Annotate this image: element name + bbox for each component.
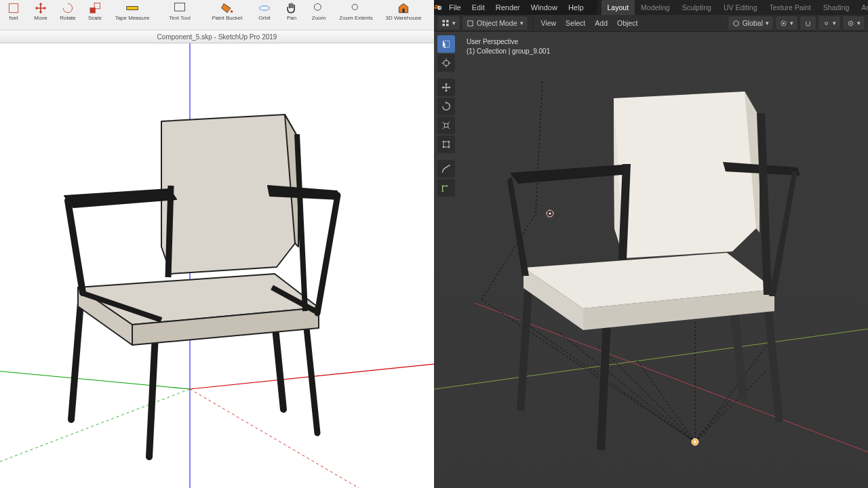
sketchup-viewport[interactable] xyxy=(0,43,434,488)
su-tool-scale[interactable]: Scale xyxy=(81,1,108,21)
proportional-button[interactable]: ▾ xyxy=(842,16,865,30)
su-tool-offset[interactable]: fset xyxy=(0,1,27,21)
blender-viewport[interactable]: User Perspective (1) Collection | group_… xyxy=(434,32,868,488)
su-tool-label: Pan xyxy=(287,16,296,21)
su-tool-zoom[interactable]: Zoom xyxy=(305,1,332,21)
header-menu-object[interactable]: Object xyxy=(613,16,642,30)
svg-line-77 xyxy=(695,398,732,442)
axis-y-solid xyxy=(0,369,190,389)
sketchup-title: Component_5.skp - SketchUp Pro 2019 xyxy=(157,33,277,41)
snap-mode-button[interactable]: ▾ xyxy=(818,16,841,30)
workspace-tab-animation[interactable]: Animation xyxy=(855,0,868,15)
header-menu-view[interactable]: View xyxy=(537,16,561,30)
workspace-tab-modeling[interactable]: Modeling xyxy=(635,0,676,15)
info-perspective: User Perspective xyxy=(467,37,550,47)
svg-rect-63 xyxy=(443,142,449,147)
blender-3dview-header: ▾ Object Mode ▾ ViewSelectAddObject Glob… xyxy=(434,15,868,32)
blender-scene xyxy=(434,32,868,488)
blender-workspace-tabs: LayoutModelingSculptingUV EditingTexture… xyxy=(597,0,868,15)
su-tool-bucket[interactable]: Paint Bucket xyxy=(203,1,251,21)
su-tool-rotate[interactable]: Rotate xyxy=(54,1,81,21)
svg-line-39 xyxy=(317,195,338,313)
blender-logo-icon xyxy=(434,0,443,15)
tool-measure[interactable] xyxy=(437,179,455,197)
svg-rect-46 xyxy=(443,20,446,23)
svg-point-53 xyxy=(825,22,828,24)
workspace-tab-shading[interactable]: Shading xyxy=(817,0,856,15)
orientation-label: Global xyxy=(743,19,763,27)
svg-point-66 xyxy=(443,146,445,148)
workspace-tab-layout[interactable]: Layout xyxy=(601,0,635,15)
tool-move[interactable] xyxy=(437,79,455,96)
mode-select-button[interactable]: Object Mode ▾ xyxy=(462,16,528,30)
header-menu-add[interactable]: Add xyxy=(591,16,612,30)
text-icon: A1 xyxy=(173,1,186,15)
svg-point-81 xyxy=(549,213,551,215)
tool-cursor[interactable] xyxy=(437,54,455,72)
tape-icon xyxy=(125,1,139,15)
rotate-icon xyxy=(61,1,75,15)
pan-icon xyxy=(285,1,298,15)
svg-point-67 xyxy=(448,146,450,148)
svg-rect-9: A1 xyxy=(175,3,185,12)
svg-point-12 xyxy=(260,6,270,11)
svg-line-75 xyxy=(597,344,695,442)
pivot-button[interactable]: ▾ xyxy=(775,16,798,30)
blender-tool-shelf xyxy=(437,35,455,197)
axis-y xyxy=(434,323,868,391)
tool-select-box[interactable] xyxy=(437,35,455,53)
sketchup-toolbar: fsetMoveRotateScaleTape MeasureA1Text To… xyxy=(0,0,434,30)
svg-rect-19 xyxy=(402,9,404,13)
su-tool-orbit[interactable]: Orbit xyxy=(251,1,278,21)
su-tool-text[interactable]: A1Text Tool xyxy=(156,1,203,21)
object-origin-icon xyxy=(692,439,698,445)
su-tool-3dw[interactable]: 3D Warehouse xyxy=(380,1,427,21)
svg-point-11 xyxy=(231,10,233,12)
sketchup-window: fsetMoveRotateScaleTape MeasureA1Text To… xyxy=(0,0,434,488)
workspace-tab-uv-editing[interactable]: UV Editing xyxy=(717,0,764,15)
su-tool-label: Scale xyxy=(88,16,102,21)
tool-transform[interactable] xyxy=(437,136,455,153)
menu-render[interactable]: Render xyxy=(490,0,526,15)
blender-window: FileEditRenderWindowHelp LayoutModelingS… xyxy=(434,0,868,488)
svg-point-65 xyxy=(448,141,450,143)
svg-rect-50 xyxy=(468,20,473,25)
orientation-button[interactable]: Global ▾ xyxy=(728,16,774,30)
svg-marker-99 xyxy=(769,170,797,296)
svg-rect-48 xyxy=(443,24,446,26)
bucket-icon xyxy=(220,1,234,15)
svg-line-70 xyxy=(695,337,773,442)
svg-point-64 xyxy=(443,141,445,143)
su-tool-ext[interactable]: Extension Warehouse xyxy=(427,1,434,21)
snap-button[interactable] xyxy=(800,16,816,30)
editor-type-button[interactable]: ▾ xyxy=(437,16,460,30)
svg-rect-4 xyxy=(127,7,138,10)
svg-marker-36 xyxy=(64,189,176,207)
orbit-icon xyxy=(258,1,271,15)
svg-marker-93 xyxy=(614,92,760,258)
menu-window[interactable]: Window xyxy=(526,0,563,15)
tool-rotate[interactable] xyxy=(437,98,455,115)
svg-point-45 xyxy=(439,7,441,9)
su-tool-move[interactable]: Move xyxy=(27,1,54,21)
su-tool-zoomext[interactable]: Zoom Extents xyxy=(332,1,380,21)
workspace-tab-sculpting[interactable]: Sculpting xyxy=(676,0,717,15)
svg-rect-49 xyxy=(446,24,449,26)
zoomext-icon xyxy=(349,1,363,15)
workspace-tab-texture-paint[interactable]: Texture Paint xyxy=(764,0,817,15)
tool-scale[interactable] xyxy=(437,117,455,134)
menu-file[interactable]: File xyxy=(443,0,467,15)
svg-line-30 xyxy=(305,314,317,433)
header-menu-select[interactable]: Select xyxy=(561,16,589,30)
menu-edit[interactable]: Edit xyxy=(467,0,490,15)
tool-annotate[interactable] xyxy=(437,160,455,178)
move-icon xyxy=(34,1,47,15)
menu-help[interactable]: Help xyxy=(563,0,589,15)
svg-marker-97 xyxy=(507,177,529,276)
su-tool-tape[interactable]: Tape Measure xyxy=(108,1,156,21)
3dw-icon xyxy=(397,1,410,15)
su-tool-label: 3D Warehouse xyxy=(385,16,421,21)
svg-rect-47 xyxy=(446,20,449,23)
su-tool-pan[interactable]: Pan xyxy=(278,1,305,21)
su-tool-label: fset xyxy=(9,16,18,21)
